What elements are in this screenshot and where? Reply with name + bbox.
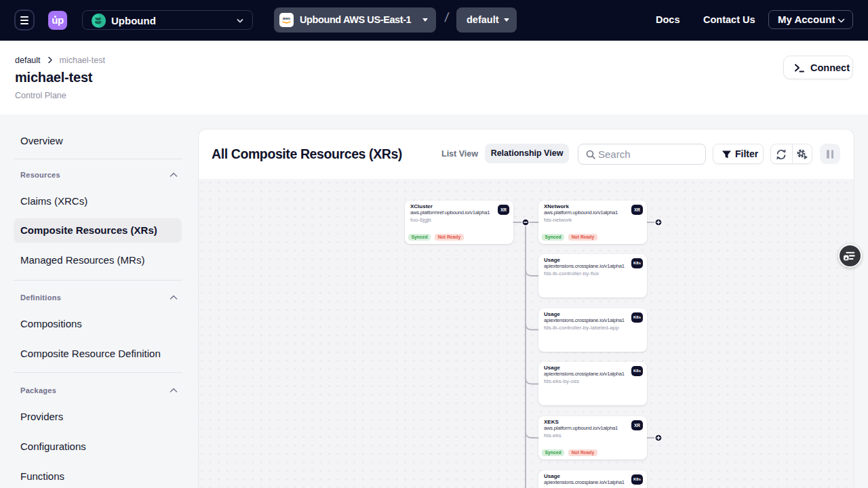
svg-text:aws: aws (283, 16, 291, 20)
